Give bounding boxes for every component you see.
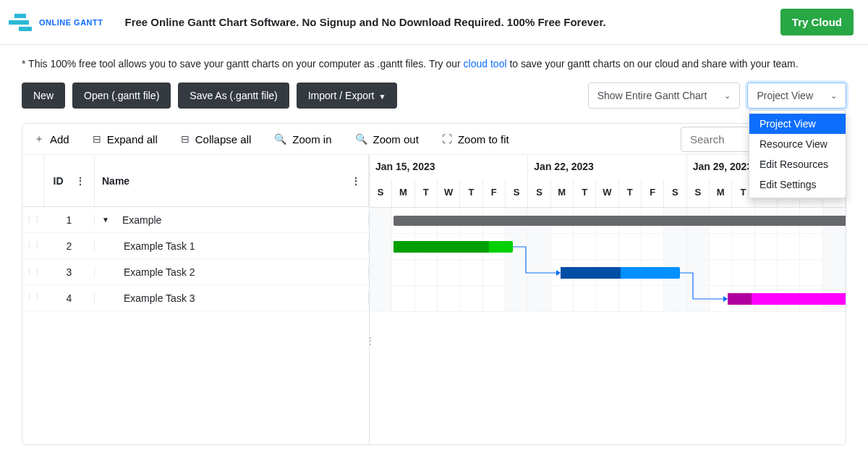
import-export-button[interactable]: Import / Export▼ [297, 83, 398, 109]
gantt-bar[interactable] [393, 241, 513, 253]
brand-text: ONLINE GANTT [39, 18, 103, 27]
day-header-cell: W [596, 180, 618, 207]
table-row[interactable]: ⋮⋮ 3 Example Task 2 [22, 259, 369, 285]
new-button[interactable]: New [22, 83, 65, 109]
view-option-edit-resources[interactable]: Edit Resources [749, 154, 846, 174]
table-row[interactable]: ⋮⋮ 2 Example Task 1 [22, 233, 369, 259]
week-header-cell: Jan 22, 2023 [528, 155, 686, 180]
timeline-body [370, 208, 846, 312]
drag-handle-icon[interactable]: ⋮⋮ [22, 293, 44, 303]
gantt-bar[interactable] [393, 216, 846, 226]
splitter-handle-icon[interactable]: ⋮ [370, 336, 375, 346]
day-header-cell: S [664, 180, 686, 207]
day-header-cell: M [710, 180, 732, 207]
kebab-icon[interactable]: ⋮ [351, 175, 361, 187]
day-header-cell: W [438, 180, 460, 207]
view-option-project[interactable]: Project View [749, 114, 846, 134]
try-cloud-button[interactable]: Try Cloud [780, 9, 854, 35]
view-dropdown: Project View Resource View Edit Resource… [749, 110, 846, 198]
drag-handle-icon[interactable]: ⋮⋮ [22, 241, 44, 250]
day-header-cell: S [506, 180, 528, 207]
expand-all-button[interactable]: ⊟Expand all [81, 124, 169, 154]
zoom-in-icon: 🔍 [274, 133, 286, 145]
intro-text: * This 100% free tool allows you to save… [0, 45, 868, 75]
day-header-cell: T [619, 180, 642, 207]
name-column-header[interactable]: Name ⋮ [95, 155, 369, 206]
chevron-down-icon: ⌄ [724, 91, 731, 101]
week-header-cell: Jan 15, 2023 [370, 155, 528, 180]
kebab-icon[interactable]: ⋮ [75, 175, 85, 187]
timeline-row [370, 234, 846, 260]
caret-down-icon[interactable]: ▼ [102, 216, 109, 224]
svg-rect-0 [14, 14, 26, 18]
zoom-out-icon: 🔍 [355, 133, 367, 145]
add-button[interactable]: ＋Add [22, 124, 81, 154]
timeline-row [370, 286, 846, 312]
chevron-down-icon: ⌄ [830, 91, 837, 101]
timeline-row [370, 260, 846, 286]
day-header-cell: S [370, 180, 392, 207]
zoom-in-button[interactable]: 🔍Zoom in [263, 124, 343, 154]
table-row[interactable]: ⋮⋮ 1 ▼Example [22, 207, 369, 233]
day-header-cell: T [460, 180, 482, 207]
day-header-cell: S [528, 180, 550, 207]
day-header-cell: M [392, 180, 414, 207]
zoom-out-button[interactable]: 🔍Zoom out [344, 124, 430, 154]
svg-rect-1 [9, 20, 29, 25]
gantt-bar[interactable] [561, 267, 680, 279]
zoom-fit-button[interactable]: ⛶Zoom to fit [430, 124, 521, 154]
timeline-row [370, 208, 846, 234]
day-header-cell: S [687, 180, 710, 207]
day-header-cell: M [551, 180, 574, 207]
day-header-cell: T [574, 180, 596, 207]
collapse-icon: ⊟ [181, 133, 190, 145]
day-header-cell: F [483, 180, 506, 207]
zoom-fit-icon: ⛶ [442, 133, 452, 145]
view-select[interactable]: Project View ⌄ [747, 83, 846, 109]
day-header-cell: F [642, 180, 664, 207]
cloud-tool-link[interactable]: cloud tool [464, 58, 507, 69]
brand-logo[interactable]: ONLINE GANTT [6, 12, 103, 33]
day-header-cell: T [415, 180, 438, 207]
view-option-edit-settings[interactable]: Edit Settings [749, 174, 846, 195]
drag-handle-icon[interactable]: ⋮⋮ [22, 215, 44, 224]
caret-down-icon: ▼ [379, 93, 386, 101]
plus-icon: ＋ [34, 132, 44, 145]
view-option-resource[interactable]: Resource View [749, 134, 846, 154]
show-entire-select[interactable]: Show Entire Gantt Chart ⌄ [588, 83, 741, 109]
logo-icon [6, 12, 35, 33]
table-row[interactable]: ⋮⋮ 4 Example Task 3 [22, 285, 369, 311]
drag-column-header [22, 155, 44, 206]
svg-rect-2 [19, 27, 32, 31]
collapse-all-button[interactable]: ⊟Collapse all [169, 124, 263, 154]
open-button[interactable]: Open (.gantt file) [72, 83, 171, 109]
drag-handle-icon[interactable]: ⋮⋮ [22, 267, 44, 276]
expand-icon: ⊟ [93, 133, 101, 145]
save-as-button[interactable]: Save As (.gantt file) [178, 83, 289, 109]
id-column-header[interactable]: ID ⋮ [44, 155, 95, 206]
tagline: Free Online Gantt Chart Software. No Sig… [125, 16, 780, 28]
gantt-bar[interactable] [728, 293, 846, 305]
